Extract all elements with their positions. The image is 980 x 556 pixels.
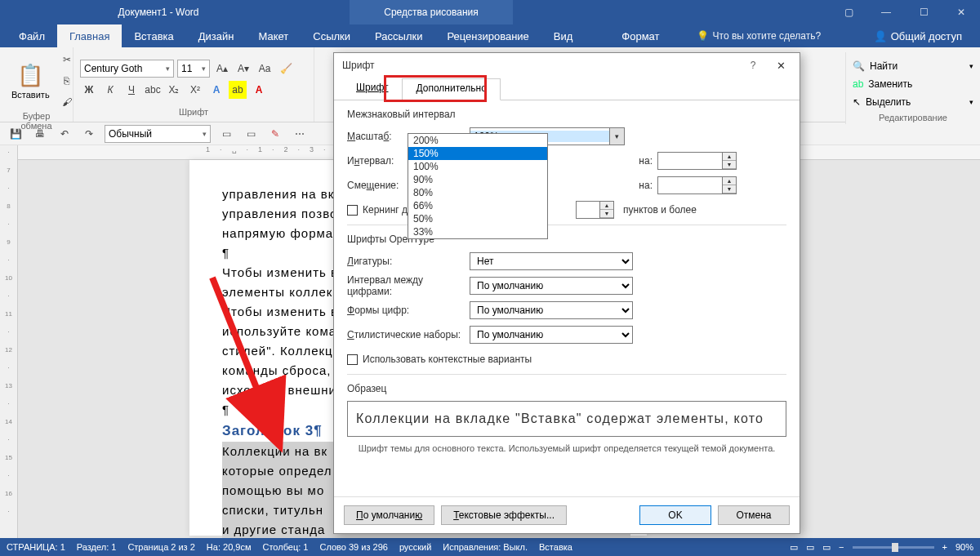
tab-view[interactable]: Вид — [541, 24, 586, 47]
ligatures-select[interactable]: Нет — [470, 252, 633, 270]
change-case-icon[interactable]: Aa — [256, 60, 274, 78]
scale-option[interactable]: 90% — [408, 173, 547, 186]
clear-formatting-icon[interactable]: 🧹 — [277, 60, 295, 78]
subscript-icon[interactable]: X₂ — [165, 81, 183, 99]
spin-up-icon[interactable]: ▲ — [600, 202, 613, 210]
status-words[interactable]: Слово 39 из 296 — [319, 542, 387, 552]
numform-select[interactable]: По умолчанию — [470, 301, 633, 319]
view-print-icon[interactable]: ▭ — [806, 542, 814, 553]
tab-layout[interactable]: Макет — [246, 24, 301, 47]
status-page-count[interactable]: Страница 2 из 2 — [127, 542, 194, 552]
minimize-icon[interactable]: ― — [867, 0, 905, 24]
scale-option[interactable]: 33% — [408, 225, 547, 238]
numspacing-select[interactable]: По умолчанию — [470, 277, 633, 295]
dialog-tab-advanced[interactable]: Дополнительно — [402, 78, 500, 100]
tab-file[interactable]: Файл — [7, 24, 57, 47]
status-track-changes[interactable]: Исправления: Выкл. — [443, 542, 528, 552]
status-language[interactable]: русский — [399, 542, 431, 552]
scale-option[interactable]: 200% — [408, 134, 547, 147]
status-page[interactable]: СТРАНИЦА: 1 — [7, 542, 65, 552]
select-button[interactable]: ↖Выделить▾ — [853, 93, 973, 111]
tab-review[interactable]: Рецензирование — [434, 24, 541, 47]
group-font: Шрифт — [80, 107, 307, 120]
font-name-combo[interactable]: Century Goth▾ — [80, 60, 174, 78]
kerning-spin[interactable]: ▲▼ — [576, 201, 617, 219]
text-effects-button[interactable]: Текстовые эффекты... — [441, 505, 567, 525]
interval-spin[interactable]: ▲▼ — [657, 152, 737, 170]
underline-button[interactable]: Ч — [122, 81, 140, 99]
zoom-slider[interactable] — [853, 546, 934, 549]
find-button[interactable]: 🔍Найти▾ — [853, 57, 973, 75]
numspacing-label: Интервал между цифрами: — [347, 274, 470, 297]
shrink-font-icon[interactable]: A▾ — [234, 60, 252, 78]
scale-option[interactable]: 66% — [408, 199, 547, 212]
spin-down-icon[interactable]: ▼ — [723, 161, 736, 169]
zoom-level[interactable]: 90% — [956, 542, 973, 552]
qat-icon[interactable]: ✎ — [266, 125, 284, 143]
spin-down-icon[interactable]: ▼ — [723, 185, 736, 193]
paste-button[interactable]: 📋 Вставить — [7, 61, 55, 101]
close-icon[interactable]: ✕ — [770, 60, 791, 72]
scale-option[interactable]: 50% — [408, 212, 547, 225]
cursor-icon: ↖ — [853, 96, 861, 108]
status-column[interactable]: Столбец: 1 — [263, 542, 309, 552]
contextual-checkbox[interactable]: Использовать контекстные варианты — [347, 354, 532, 365]
spin-up-icon[interactable]: ▲ — [723, 177, 736, 185]
scale-option[interactable]: 80% — [408, 186, 547, 199]
tab-design[interactable]: Дизайн — [186, 24, 247, 47]
spin-up-icon[interactable]: ▲ — [723, 153, 736, 161]
tab-references[interactable]: Ссылки — [301, 24, 363, 47]
status-insert-mode[interactable]: Вставка — [539, 542, 572, 552]
ok-button[interactable]: OK — [639, 505, 711, 525]
undo-icon[interactable]: ↶ — [56, 125, 74, 143]
qat-icon[interactable]: ▭ — [217, 125, 235, 143]
maximize-icon[interactable]: ☐ — [905, 0, 942, 24]
scale-option[interactable]: 100% — [408, 160, 547, 173]
italic-button[interactable]: К — [101, 81, 119, 99]
share-button[interactable]: 👤Общий доступ — [864, 24, 972, 47]
chevron-down-icon[interactable]: ▾ — [609, 128, 624, 145]
tab-insert[interactable]: Вставка — [122, 24, 185, 47]
qat-icon[interactable]: ▭ — [242, 125, 260, 143]
scale-dropdown-list[interactable]: 200% 150% 100% 90% 80% 66% 50% 33% — [408, 133, 548, 239]
view-read-icon[interactable]: ▭ — [790, 542, 798, 553]
dialog-tab-font[interactable]: Шрифт — [342, 78, 402, 100]
font-size-combo[interactable]: 11▾ — [177, 60, 210, 78]
tab-home[interactable]: Главная — [57, 24, 122, 47]
scale-option[interactable]: 150% — [408, 147, 547, 160]
style-combo[interactable]: Обычный▾ — [105, 125, 211, 143]
default-button[interactable]: По умолчанию — [344, 505, 434, 525]
numform-label: Формы цифр: — [347, 305, 470, 316]
highlight-icon[interactable]: ab — [229, 81, 247, 99]
status-position[interactable]: На: 20,9см — [207, 542, 252, 552]
group-editing: 🔍Найти▾ abЗаменить ↖Выделить▾ Редактиров… — [845, 52, 980, 124]
tell-me[interactable]: 💡Что вы хотите сделать? — [697, 24, 822, 47]
ribbon-options-icon[interactable]: ▢ — [830, 0, 867, 24]
replace-button[interactable]: abЗаменить — [853, 75, 973, 93]
zoom-in-icon[interactable]: + — [942, 542, 947, 552]
text-effects-icon[interactable]: A — [207, 81, 225, 99]
status-section[interactable]: Раздел: 1 — [77, 542, 117, 552]
title-bar: Документ1 - Word Средства рисования ▢ ― … — [0, 0, 980, 24]
spin-down-icon[interactable]: ▼ — [600, 210, 613, 218]
by-label: на: — [625, 180, 657, 191]
grow-font-icon[interactable]: A▴ — [213, 60, 231, 78]
redo-icon[interactable]: ↷ — [80, 125, 98, 143]
offset-spin[interactable]: ▲▼ — [657, 176, 737, 194]
tab-mailings[interactable]: Рассылки — [363, 24, 434, 47]
search-icon: 🔍 — [853, 60, 865, 72]
font-color-icon[interactable]: A — [250, 81, 268, 99]
bold-button[interactable]: Ж — [80, 81, 98, 99]
help-icon[interactable]: ? — [742, 60, 764, 71]
qat-icon[interactable]: ⋯ — [291, 125, 309, 143]
styleset-select[interactable]: По умолчанию — [470, 326, 633, 344]
cancel-button[interactable]: Отмена — [718, 505, 790, 525]
styleset-label: Стилистические наборы: — [347, 329, 470, 340]
zoom-out-icon[interactable]: − — [839, 542, 844, 552]
close-icon[interactable]: ✕ — [942, 0, 980, 24]
strikethrough-icon[interactable]: abc — [144, 81, 162, 99]
status-bar: СТРАНИЦА: 1 Раздел: 1 Страница 2 из 2 На… — [0, 538, 980, 556]
view-web-icon[interactable]: ▭ — [822, 542, 831, 553]
tab-format[interactable]: Формат — [609, 24, 671, 47]
superscript-icon[interactable]: X² — [186, 81, 204, 99]
